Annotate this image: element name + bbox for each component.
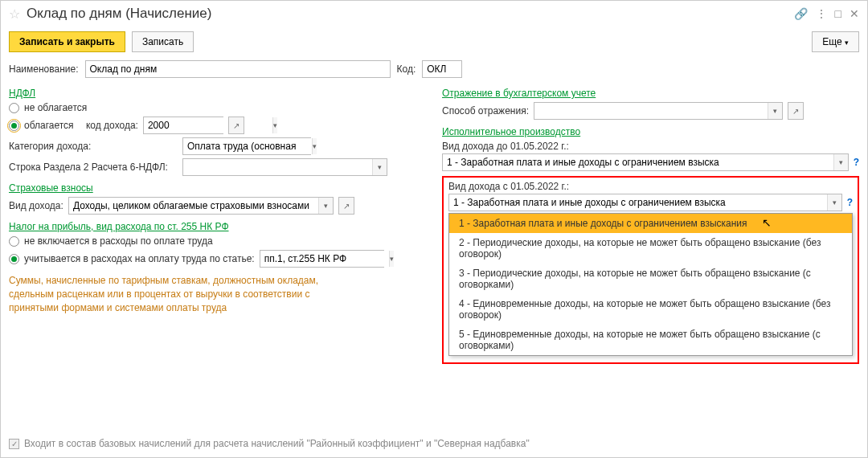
footer: Входит в состав базовых начислений для р… [1,430,867,457]
chevron-down-icon[interactable]: ▾ [372,159,387,175]
insurance-type-row: Вид дохода: ▾ ↗ [9,197,426,215]
chevron-down-icon[interactable]: ▾ [318,198,333,214]
ndfl-taxed-label: облагается [24,120,74,131]
enforcement-after-input[interactable] [449,194,827,211]
insurance-section-title[interactable]: Страховые взносы [9,182,426,194]
footer-checkbox[interactable] [9,439,19,449]
left-column: НДФЛ не облагается облагается код дохода… [9,81,426,430]
row2-combo[interactable]: ▾ [182,158,387,176]
chevron-down-icon: ▾ [845,39,849,47]
income-code-label: код дохода: [86,120,138,131]
insurance-type-input[interactable] [69,198,318,214]
chevron-down-icon[interactable]: ▾ [389,251,394,267]
link-icon[interactable]: 🔗 [794,7,808,20]
help-icon[interactable]: ? [847,197,853,208]
enforcement-after-combo[interactable]: ▾ [448,194,842,211]
enforcement-before-label: Вид дохода до 01.05.2022 г.: [442,141,859,152]
radio-icon [9,254,19,264]
accounting-section-title[interactable]: Отражение в бухгалтерском учете [442,88,859,99]
dropdown-item[interactable]: 2 - Периодические доходы, на которые не … [449,233,852,264]
profit-not-included-label: не включается в расходы по оплате труда [24,235,213,247]
income-code-input[interactable] [144,117,272,133]
income-code-combo[interactable]: ▾ [143,117,223,134]
chevron-down-icon[interactable]: ▾ [768,103,782,119]
maximize-icon[interactable]: □ [835,7,841,20]
code-label: Код: [397,63,416,75]
dropdown-item[interactable]: 3 - Периодические доходы, на которые не … [449,264,852,294]
category-label: Категория дохода: [9,141,178,152]
more-button[interactable]: Еще ▾ [812,31,859,52]
window-controls: 🔗 ⋮ □ ✕ [794,7,859,20]
toolbar: Записать и закрыть Записать Еще ▾ [1,27,867,57]
open-external-icon[interactable]: ↗ [788,102,804,120]
category-input[interactable] [183,138,312,154]
titlebar: ☆ Оклад по дням (Начисление) 🔗 ⋮ □ ✕ [1,1,867,27]
enforcement-after-label: Вид дохода с 01.05.2022 г.: [448,181,853,192]
help-icon[interactable]: ? [854,157,859,168]
name-label: Наименование: [9,63,79,75]
accounting-method-row: Способ отражения: ▾ ↗ [442,102,859,120]
chevron-down-icon[interactable]: ▾ [312,138,317,154]
category-row: Категория дохода: ▾ [9,137,426,155]
dropdown-item[interactable]: 1 - Заработная плата и иные доходы с огр… [449,214,852,233]
category-combo[interactable]: ▾ [182,137,311,155]
insurance-type-combo[interactable]: ▾ [68,197,334,215]
name-row: Наименование: Код: [1,57,867,81]
row2-input[interactable] [183,159,372,175]
ndfl-section-title[interactable]: НДФЛ [9,88,426,99]
radio-icon [9,121,19,131]
profit-included-label: учитывается в расходах на оплату труда п… [24,253,255,264]
profit-not-included-row[interactable]: не включается в расходы по оплате труда [9,235,426,247]
article-combo[interactable]: ▾ [260,250,384,268]
footer-label: Входит в состав базовых начислений для р… [24,438,530,449]
enforcement-before-input[interactable] [443,154,833,170]
article-input[interactable] [260,251,389,267]
accounting-method-combo[interactable]: ▾ [534,102,783,120]
insurance-type-label: Вид дохода: [9,200,63,211]
profit-tax-note: Суммы, начисленные по тарифным ставкам, … [9,274,330,314]
main-window: ☆ Оклад по дням (Начисление) 🔗 ⋮ □ ✕ Зап… [0,0,868,458]
row2-row: Строка Раздела 2 Расчета 6-НДФЛ: ▾ [9,158,426,176]
chevron-down-icon[interactable]: ▾ [833,154,848,170]
highlight-box: Вид дохода с 01.05.2022 г.: ▾ ? 1 - Зара… [442,176,859,364]
row2-label: Строка Раздела 2 Расчета 6-НДФЛ: [9,162,178,173]
name-input[interactable] [85,60,391,78]
radio-icon [9,103,19,113]
dropdown-item[interactable]: 4 - Единовременные доходы, на которые не… [449,294,852,325]
code-input[interactable] [422,60,462,78]
right-column: Отражение в бухгалтерском учете Способ о… [442,81,859,430]
accounting-method-input[interactable] [534,103,768,119]
dropdown-item[interactable]: 5 - Единовременные доходы, на которые не… [449,325,852,355]
chevron-down-icon[interactable]: ▾ [272,117,277,133]
ndfl-taxed-row[interactable]: облагается код дохода: ▾ ↗ [9,117,426,134]
chevron-down-icon[interactable]: ▾ [827,194,841,211]
ndfl-not-taxed-label: не облагается [24,102,87,113]
open-external-icon[interactable]: ↗ [228,117,244,134]
cursor-icon: ↖ [762,216,772,229]
favorite-icon[interactable]: ☆ [9,6,20,22]
save-button[interactable]: Записать [132,31,194,52]
open-external-icon[interactable]: ↗ [338,197,354,215]
accounting-method-label: Способ отражения: [442,105,529,117]
enforcement-before-row: Вид дохода до 01.05.2022 г.: ▾ ? [442,141,859,171]
profit-tax-section-title[interactable]: Налог на прибыль, вид расхода по ст. 255… [9,221,426,232]
enforcement-section-title[interactable]: Исполнительное производство [442,126,859,137]
radio-icon [9,236,19,247]
form-columns: НДФЛ не облагается облагается код дохода… [1,81,867,430]
kebab-icon[interactable]: ⋮ [816,7,827,20]
window-title: Оклад по дням (Начисление) [27,6,788,22]
ndfl-not-taxed-row[interactable]: не облагается [9,102,426,113]
profit-included-row[interactable]: учитывается в расходах на оплату труда п… [9,250,426,268]
enforcement-before-combo[interactable]: ▾ [442,153,849,171]
dropdown-list: 1 - Заработная плата и иные доходы с огр… [448,213,853,356]
close-icon[interactable]: ✕ [850,7,859,20]
save-close-button[interactable]: Записать и закрыть [9,31,125,52]
